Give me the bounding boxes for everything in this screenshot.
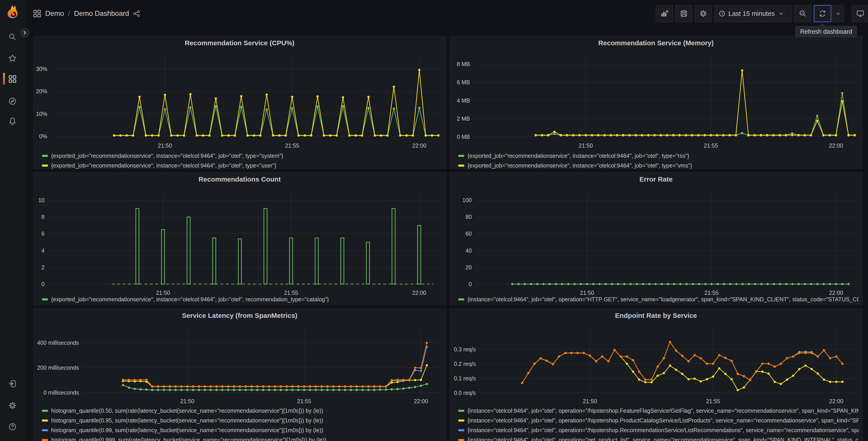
chart-plot-area[interactable]: 024681021:5021:5522:00 bbox=[33, 172, 446, 297]
dashboard-settings-button[interactable] bbox=[695, 5, 712, 22]
data-point bbox=[157, 385, 159, 388]
data-point bbox=[616, 134, 618, 136]
legend-item[interactable]: {exported_job="recommendationservice", i… bbox=[42, 161, 442, 169]
x-axis-tick-label: 21:50 bbox=[158, 142, 172, 149]
x-axis-tick-label: 21:55 bbox=[706, 398, 720, 404]
legend-item[interactable]: {exported_job="recommendationservice", i… bbox=[42, 151, 442, 161]
sidebar-item-sign-in[interactable] bbox=[0, 376, 25, 392]
data-point bbox=[405, 134, 408, 137]
share-icon[interactable] bbox=[133, 10, 140, 17]
legend-item[interactable]: {exported_job="recommendationservice", i… bbox=[458, 151, 859, 161]
panel-title[interactable]: Endpoint Rate by Service bbox=[450, 312, 862, 319]
data-point bbox=[675, 350, 677, 352]
legend-item[interactable]: {exported_job="recommendationservice", i… bbox=[458, 161, 859, 169]
data-point bbox=[667, 283, 669, 285]
legend-item[interactable]: {exported_job="recommendationservice", i… bbox=[42, 295, 442, 304]
data-point bbox=[256, 389, 259, 391]
save-dashboard-button[interactable] bbox=[675, 5, 692, 22]
data-point bbox=[585, 134, 587, 136]
time-range-picker[interactable]: Last 15 minutes bbox=[714, 5, 792, 22]
sidebar-expand-button[interactable] bbox=[20, 28, 29, 37]
series-vms bbox=[534, 69, 856, 136]
legend-swatch bbox=[458, 165, 464, 167]
data-point bbox=[533, 363, 536, 365]
panel-title[interactable]: Recommendations Count bbox=[33, 175, 446, 183]
data-point bbox=[227, 385, 229, 388]
cycle-view-mode-button[interactable] bbox=[852, 5, 868, 22]
data-point bbox=[336, 134, 338, 137]
legend-item[interactable]: {instance="otelcol:9464", job="otel", op… bbox=[458, 295, 859, 304]
data-point bbox=[208, 134, 211, 137]
grafana-logo[interactable] bbox=[0, 3, 25, 20]
panel-title[interactable]: Recommendation Service (Memory) bbox=[450, 39, 862, 47]
data-point bbox=[706, 363, 708, 365]
data-point bbox=[285, 385, 288, 388]
zoom-out-button[interactable] bbox=[794, 5, 811, 22]
sidebar-item-help[interactable] bbox=[0, 419, 25, 435]
data-point bbox=[524, 283, 526, 285]
panel-title[interactable]: Error Rate bbox=[450, 175, 862, 183]
data-point bbox=[304, 134, 306, 137]
legend-item[interactable]: {instance="otelcol:9464", job="otel", op… bbox=[458, 425, 859, 435]
sidebar-item-explore[interactable] bbox=[0, 93, 25, 109]
legend-swatch bbox=[42, 410, 48, 412]
y-axis-tick-label: 10% bbox=[36, 111, 47, 117]
data-point bbox=[215, 97, 217, 99]
sidebar-item-configuration[interactable] bbox=[0, 398, 25, 413]
chart-plot-area[interactable]: 0%10%20%30%21:5021:5522:00 bbox=[33, 36, 446, 150]
chart-plot-area[interactable]: 0.0 req/s0.1 req/s0.2 req/s0.3 req/s21:5… bbox=[450, 308, 863, 406]
chart-plot-area[interactable]: 02040608010021:5021:5522:00 bbox=[450, 172, 863, 297]
data-point bbox=[379, 385, 381, 388]
data-point bbox=[656, 365, 659, 368]
data-point bbox=[700, 357, 702, 359]
data-point bbox=[291, 385, 293, 388]
data-point bbox=[673, 283, 676, 285]
chart-plot-area[interactable]: 0 MB2 MB4 MB6 MB8 MB21:5021:5522:00 bbox=[450, 36, 863, 150]
legend-swatch bbox=[458, 429, 464, 431]
data-point bbox=[810, 134, 812, 136]
chart-plot-area[interactable]: 0 milliseconds200 milliseconds400 millis… bbox=[33, 308, 446, 406]
legend-item[interactable]: histogram_quantile(0.99, sum(rate(latenc… bbox=[42, 425, 442, 435]
panel-title[interactable]: Recommendation Service (CPU%) bbox=[33, 39, 446, 47]
legend-item[interactable]: {instance="otelcol:9464", job="otel", op… bbox=[458, 416, 859, 425]
legend-item[interactable]: {instance="otelcol:9464", job="otel", op… bbox=[458, 435, 859, 441]
legend-item[interactable]: histogram_quantile(0.50, sum(rate(latenc… bbox=[42, 406, 442, 416]
data-point bbox=[380, 134, 382, 137]
legend-item[interactable]: histogram_quantile(0.999, sum(rate(laten… bbox=[42, 435, 442, 441]
data-point bbox=[367, 107, 370, 109]
data-point bbox=[297, 389, 299, 391]
data-point bbox=[373, 385, 375, 388]
refresh-dashboard-button[interactable] bbox=[814, 5, 831, 22]
data-point bbox=[198, 385, 200, 388]
data-point bbox=[291, 107, 293, 109]
data-point bbox=[164, 94, 166, 96]
panel-legend: {instance="otelcol:9464", job="otel", op… bbox=[458, 295, 859, 304]
data-point bbox=[552, 363, 554, 365]
legend-item[interactable]: histogram_quantile(0.95, sum(rate(latenc… bbox=[42, 416, 442, 425]
data-point bbox=[140, 379, 142, 381]
sidebar-item-starred[interactable] bbox=[0, 50, 25, 66]
data-point bbox=[291, 96, 293, 98]
data-point bbox=[748, 283, 750, 285]
sidebar-item-dashboards[interactable] bbox=[0, 71, 25, 87]
data-point bbox=[361, 389, 364, 391]
data-point bbox=[804, 283, 806, 285]
breadcrumb-section[interactable]: Demo bbox=[45, 9, 64, 18]
gear-icon bbox=[8, 401, 17, 410]
breadcrumb-page-title[interactable]: Demo Dashboard bbox=[74, 9, 129, 18]
refresh-interval-dropdown[interactable] bbox=[832, 5, 844, 22]
legend-item[interactable]: {instance="otelcol:9464", job="otel", op… bbox=[458, 406, 859, 416]
data-point bbox=[151, 385, 153, 388]
panel-title[interactable]: Service Latency (from SpanMetrics) bbox=[33, 312, 446, 319]
data-point bbox=[632, 359, 634, 361]
dashboard-grid: 0%10%20%30%21:5021:5522:00Recommendation… bbox=[33, 36, 863, 441]
data-point bbox=[597, 134, 599, 136]
data-point bbox=[786, 379, 788, 381]
add-panel-button[interactable] bbox=[656, 5, 673, 22]
data-point bbox=[638, 379, 640, 381]
data-point bbox=[749, 379, 751, 381]
top-navigation-bar: Demo / Demo Dashboard bbox=[25, 0, 868, 27]
legend-swatch bbox=[42, 165, 48, 167]
data-point bbox=[186, 385, 188, 388]
sidebar-item-alerting[interactable] bbox=[0, 113, 25, 129]
